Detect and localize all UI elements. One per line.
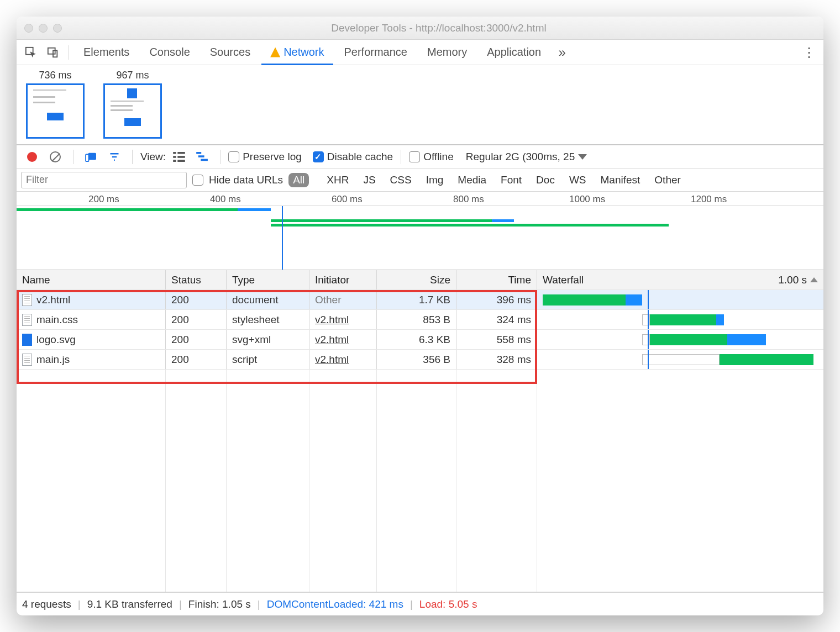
view-waterfall-icon[interactable] — [192, 147, 212, 167]
playhead[interactable] — [282, 206, 283, 270]
inspect-element-icon[interactable] — [21, 43, 41, 62]
capture-screenshots-icon[interactable] — [81, 147, 101, 167]
file-icon — [22, 314, 32, 326]
cell-time: 328 ms — [456, 350, 537, 369]
filter-js[interactable]: JS — [359, 173, 380, 187]
cell-type: document — [227, 290, 309, 309]
view-large-icon[interactable] — [169, 147, 189, 167]
cell-status: 200 — [166, 310, 227, 329]
disable-cache-checkbox[interactable] — [313, 151, 324, 162]
filter-icon[interactable] — [104, 147, 124, 167]
filter-input[interactable] — [21, 172, 187, 188]
ruler-tick: 400 ms — [210, 194, 241, 205]
cell-size: 356 B — [377, 350, 456, 369]
filter-other[interactable]: Other — [650, 173, 685, 187]
filter-doc[interactable]: Doc — [532, 173, 559, 187]
more-tabs-icon[interactable]: » — [552, 43, 572, 62]
hide-data-urls-checkbox[interactable] — [192, 175, 203, 186]
network-toolbar: View: Preserve log Disable cache Offline… — [17, 145, 823, 168]
summary-requests: 4 requests — [22, 598, 71, 610]
ruler-tick: 1200 ms — [691, 194, 727, 205]
filmstrip-time-1: 736 ms — [22, 70, 88, 81]
tab-sources[interactable]: Sources — [201, 40, 259, 65]
ruler-tick: 600 ms — [332, 194, 363, 205]
cell-initiator: Other — [315, 294, 342, 306]
col-name[interactable]: Name — [17, 270, 166, 289]
cell-status: 200 — [166, 290, 227, 309]
chevron-down-icon — [578, 154, 587, 160]
tab-elements[interactable]: Elements — [75, 40, 138, 65]
summary-load: Load: 5.05 s — [419, 598, 477, 610]
tab-performance[interactable]: Performance — [335, 40, 417, 65]
col-waterfall[interactable]: Waterfall 1.00 s — [537, 270, 823, 289]
tab-network-label: Network — [284, 46, 324, 59]
clear-button[interactable] — [45, 147, 65, 167]
summary-transferred: 9.1 KB transferred — [87, 598, 172, 610]
disable-cache-label: Disable cache — [327, 151, 393, 163]
filmstrip: 736 ms 967 ms — [17, 65, 823, 145]
record-button[interactable] — [22, 147, 42, 167]
filter-all[interactable]: All — [288, 173, 309, 187]
waterfall-scale: 1.00 s — [778, 274, 807, 286]
window-titlebar: Developer Tools - http://localhost:3000/… — [17, 17, 823, 40]
kebab-menu-icon[interactable]: ⋮ — [799, 43, 819, 62]
summary-bar: 4 requests | 9.1 KB transferred | Finish… — [17, 592, 823, 615]
preserve-log-checkbox[interactable] — [228, 151, 239, 162]
filter-manifest[interactable]: Manifest — [596, 173, 645, 187]
tab-network[interactable]: Network — [261, 40, 333, 65]
table-row[interactable]: v2.html 200 document Other 1.7 KB 396 ms — [17, 290, 823, 310]
warning-icon — [270, 48, 280, 57]
col-waterfall-label: Waterfall — [543, 274, 584, 286]
col-type[interactable]: Type — [227, 270, 309, 289]
device-toggle-icon[interactable] — [43, 43, 63, 62]
cell-initiator[interactable]: v2.html — [315, 354, 349, 366]
overview-timeline[interactable]: 200 ms 400 ms 600 ms 800 ms 1000 ms 1200… — [17, 192, 823, 270]
cell-initiator[interactable]: v2.html — [315, 314, 349, 326]
filter-font[interactable]: Font — [496, 173, 526, 187]
cell-waterfall — [537, 290, 823, 309]
filmstrip-time-2: 967 ms — [99, 70, 166, 81]
svg-rect-9 — [173, 160, 176, 162]
svg-rect-10 — [177, 160, 185, 162]
tab-memory[interactable]: Memory — [418, 40, 476, 65]
offline-checkbox[interactable] — [409, 151, 420, 162]
col-status[interactable]: Status — [166, 270, 227, 289]
table-header-row: Name Status Type Initiator Size Time Wat… — [17, 270, 823, 290]
svg-rect-7 — [173, 156, 176, 158]
throttle-dropdown[interactable]: Regular 2G (300ms, 25 — [466, 151, 587, 163]
cell-time: 396 ms — [456, 290, 537, 309]
filmstrip-frame-2[interactable] — [103, 83, 162, 139]
table-row[interactable]: main.js 200 script v2.html 356 B 328 ms — [17, 350, 823, 370]
cell-initiator[interactable]: v2.html — [315, 334, 349, 346]
table-row[interactable]: logo.svg 200 svg+xml v2.html 6.3 KB 558 … — [17, 330, 823, 350]
svg-rect-8 — [177, 156, 185, 158]
sort-asc-icon — [810, 277, 818, 282]
tab-application[interactable]: Application — [478, 40, 550, 65]
ruler-tick: 200 ms — [88, 194, 119, 205]
table-row[interactable]: main.css 200 stylesheet v2.html 853 B 32… — [17, 310, 823, 330]
filter-css[interactable]: CSS — [386, 173, 416, 187]
col-size[interactable]: Size — [377, 270, 456, 289]
devtools-tabbar: Elements Console Sources Network Perform… — [17, 40, 823, 65]
svg-rect-6 — [177, 152, 185, 154]
filter-ws[interactable]: WS — [565, 173, 591, 187]
cell-time: 324 ms — [456, 310, 537, 329]
close-window-button[interactable] — [24, 24, 33, 33]
minimize-window-button[interactable] — [39, 24, 48, 33]
filter-media[interactable]: Media — [453, 173, 491, 187]
filmstrip-frame-1[interactable] — [26, 83, 85, 139]
summary-dom: DOMContentLoaded: 421 ms — [267, 598, 403, 610]
svg-rect-13 — [201, 159, 208, 161]
view-label: View: — [140, 151, 166, 163]
col-time[interactable]: Time — [456, 270, 537, 289]
cell-type: svg+xml — [227, 330, 309, 349]
filter-xhr[interactable]: XHR — [322, 173, 353, 187]
tab-console[interactable]: Console — [140, 40, 198, 65]
svg-rect-4 — [86, 154, 88, 161]
cell-name: logo.svg — [36, 334, 76, 346]
cell-time: 558 ms — [456, 330, 537, 349]
col-initiator[interactable]: Initiator — [309, 270, 377, 289]
cell-waterfall — [537, 310, 823, 329]
zoom-window-button[interactable] — [53, 24, 62, 33]
filter-img[interactable]: Img — [422, 173, 448, 187]
